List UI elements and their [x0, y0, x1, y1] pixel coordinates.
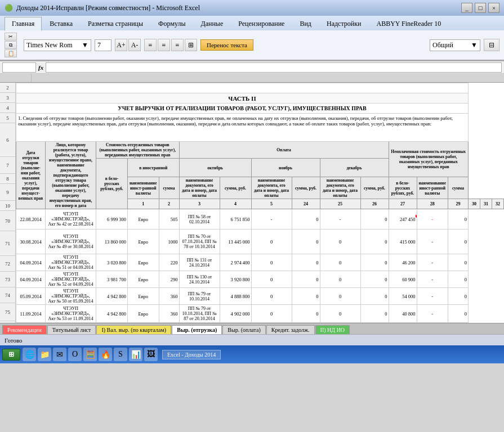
formula-input[interactable]: [46, 62, 502, 73]
header-dec-doc: наименование документа, его дата и номер…: [320, 177, 360, 199]
num-26: 26: [360, 199, 389, 209]
row74-oktdoc: ПП № 79 от 10.10.2014: [179, 288, 220, 305]
tab-addins[interactable]: Надстройки: [319, 17, 369, 30]
num-30: 30: [469, 199, 480, 209]
tab-formulas[interactable]: Формулы: [151, 17, 193, 30]
row72-entity: ЧТЭУП «ЗИМЭКСТРЭЙД», Акт № 51 от 04.09.2…: [46, 254, 96, 271]
close-button[interactable]: ×: [488, 3, 499, 13]
sheet-tab-recommendations[interactable]: Рекомендации: [2, 325, 47, 334]
taskbar-icon-ie[interactable]: 🌐: [23, 348, 36, 361]
font-dropdown-icon: ▼: [82, 41, 88, 50]
tab-insert[interactable]: Вставка: [42, 17, 80, 30]
maximize-button[interactable]: □: [475, 3, 486, 13]
sheet-tab-credit[interactable]: Кредит. задолж.: [266, 325, 315, 334]
row2-cell: [16, 83, 469, 93]
align-right-button[interactable]: ≡: [171, 39, 184, 51]
row-4: 4: [0, 103, 15, 113]
row75-neoplsum: 0: [448, 305, 469, 323]
taskbar-icon-opera[interactable]: O: [68, 348, 82, 361]
header-payment: Оплата: [179, 142, 389, 159]
taskbar-icon-firefox[interactable]: 🔥: [99, 348, 112, 361]
taskbar-icon-mail[interactable]: ✉: [53, 348, 66, 361]
taskbar-icon-photo[interactable]: 🖼: [144, 348, 158, 361]
row73-oktdoc: ПП № 130 от 24.10.2014: [179, 271, 220, 288]
number-format-selector[interactable]: Общий ▼: [430, 39, 480, 51]
tab-label-revenue-quarters: I) Вал. выр. (по кварталам): [101, 327, 166, 333]
row72-oktdoc: ПП № 131 от 24.10.2014: [179, 254, 220, 271]
row75-oktdoc: ПП № 79 от 10.10.2014, ПП № 87 от 20.10.…: [179, 305, 220, 323]
row-72: 72: [0, 256, 15, 272]
copy-button[interactable]: ⧉: [5, 41, 17, 49]
row75-date: 11.09.2014: [16, 305, 46, 323]
row75-neoplname: -: [417, 305, 448, 323]
tab-page-layout[interactable]: Разметка страницы: [81, 17, 150, 30]
tab-data[interactable]: Данные: [194, 17, 231, 30]
taskbar-icon-calc[interactable]: 🧮: [83, 348, 97, 361]
wrap-text-button[interactable]: Перенос текста: [200, 39, 253, 51]
header-nov-doc: наименование документа, его дата и номер…: [251, 177, 292, 199]
status-text: Готово: [5, 337, 23, 344]
title-bar: 🟢 Доходы 2014-Исправлн [Режим совместнос…: [0, 0, 504, 16]
taskbar-icon-excel[interactable]: 📊: [129, 348, 142, 361]
header-entity-label: Лицо, которому реализуется товар (работа…: [49, 142, 92, 208]
row75-noyabdoc: 0: [251, 305, 292, 323]
minimize-button[interactable]: _: [461, 3, 472, 13]
table-row-71: 30.08.2014 ЧТЭУП «ЗИМЭКСТРЭЙД», Акт № 49…: [16, 230, 504, 254]
row71-neoplbel: 415 000: [389, 230, 417, 254]
table-row-3: ЧАСТЬ II: [16, 93, 504, 104]
tab-view[interactable]: Вид: [292, 17, 319, 30]
ribbon: Главная Вставка Разметка страницы Формул…: [0, 16, 504, 61]
merge-button[interactable]: ⊞: [185, 39, 197, 51]
header-unpaid-label: Неоплаченная стоимость отгруженных товар…: [391, 149, 466, 169]
row-6: 6: [0, 123, 15, 157]
tab-home[interactable]: Главная: [5, 17, 42, 31]
taskbar-icon-skype[interactable]: S: [114, 348, 127, 361]
alignment-group: ≡ ≡ ≡ ⊞: [144, 39, 197, 51]
sheet-tab-shipment[interactable]: Выр. (отгрузка): [172, 325, 222, 334]
row72-noyabdoc: 0: [251, 254, 292, 271]
sheet-tab-title[interactable]: Титульный лист: [47, 325, 96, 334]
taskbar-icon-folder[interactable]: 📁: [38, 348, 51, 361]
main-table: ЧАСТЬ II УЧЕТ ВЫРУЧКИ ОТ РЕАЛИЗАЦИИ ТОВА…: [16, 83, 504, 323]
main-title-cell: УЧЕТ ВЫРУЧКИ ОТ РЕАЛИЗАЦИИ ТОВАРОВ (РАБО…: [16, 104, 469, 114]
taskbar-excel-window[interactable]: Excel - Доходы 2014: [162, 350, 221, 359]
main-title: УЧЕТ ВЫРУЧКИ ОТ РЕАЛИЗАЦИИ ТОВАРОВ (РАБО…: [118, 105, 366, 111]
row-75: 75: [0, 303, 15, 321]
increase-font-button[interactable]: A+: [115, 39, 127, 51]
fx-label: fx: [38, 64, 43, 71]
num-4: 4: [220, 199, 251, 209]
tab-abbyy[interactable]: ABBYY FineReader 10: [369, 17, 448, 30]
row74-neoplsum: 0: [448, 288, 469, 305]
row72-neoplsum: 0: [448, 254, 469, 271]
font-selector[interactable]: Times New Rom ▼: [24, 39, 91, 51]
tab-label-nd: II) НД ИО: [320, 327, 345, 333]
header-amount-label: сумма: [163, 186, 175, 191]
row71-neoplsum: 0: [448, 230, 469, 254]
header-oct-sum: сумма, руб.: [220, 177, 251, 199]
cut-button[interactable]: ✂: [5, 33, 17, 40]
align-center-button[interactable]: ≡: [158, 39, 170, 51]
row71-dekdoc: 0: [320, 230, 360, 254]
sheet-tab-nd[interactable]: II) НД ИО: [315, 325, 350, 334]
column-headers: [0, 74, 504, 83]
app-icon: 🟢: [5, 4, 13, 12]
decrease-font-button[interactable]: A-: [128, 39, 141, 51]
conditional-format-button[interactable]: ⊟: [484, 39, 499, 51]
sheet-tab-payment[interactable]: Выр. (оплата): [222, 325, 266, 334]
row75-amount: 360: [159, 305, 179, 323]
header-currency-name: наименование иност-ранной валюты: [128, 177, 159, 199]
row70-oktsum: 6 751 850: [220, 209, 251, 230]
font-size-selector[interactable]: 7: [95, 39, 111, 51]
name-box[interactable]: [2, 62, 36, 73]
row75-oktsum: 4 902 000: [220, 305, 251, 323]
font-size-buttons: A+ A-: [115, 39, 141, 51]
status-bar: Готово: [0, 334, 504, 345]
row72-dekdoc: 0: [320, 254, 360, 271]
header-foreign: в иностранной: [128, 159, 180, 177]
start-button[interactable]: ⊞: [2, 349, 20, 361]
align-left-button[interactable]: ≡: [144, 39, 157, 51]
tab-review[interactable]: Рецензирование: [231, 17, 292, 30]
paste-button[interactable]: 📋: [5, 50, 17, 57]
sheet-tab-revenue-quarters[interactable]: I) Вал. выр. (по кварталам): [96, 325, 171, 334]
row73-currency: Евро: [128, 271, 159, 288]
